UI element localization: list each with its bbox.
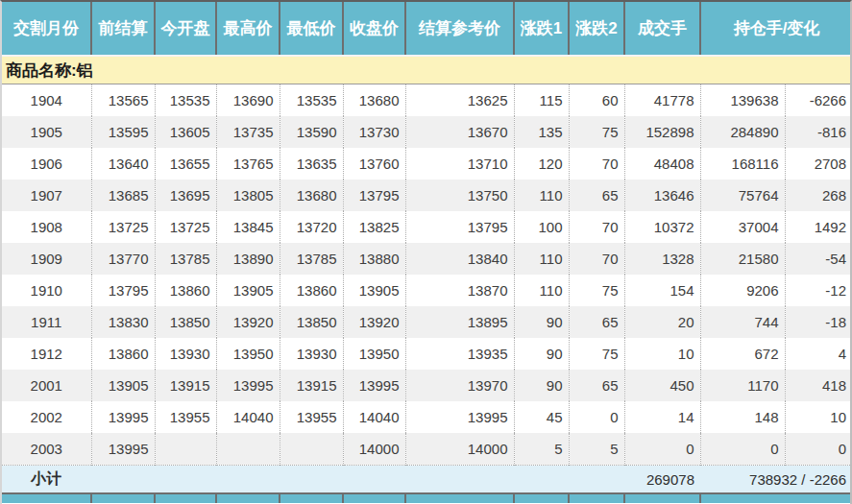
cell-close: 13825 [343, 211, 405, 243]
cell-prev-settle: 13795 [91, 275, 155, 306]
cell-high: 14040 [216, 401, 280, 433]
cell-low [280, 433, 343, 466]
cell-change2: 65 [569, 370, 624, 401]
column-header-open-interest-change: 持仓手/变化 [700, 2, 852, 56]
column-header-low: 最低价 [280, 2, 343, 56]
cell-open: 13725 [155, 211, 216, 243]
cell-oi-change: 2708 [785, 148, 852, 180]
cell-change1: 5 [514, 433, 569, 466]
cell-low: 13850 [280, 306, 343, 338]
table-row: 1910 13795 13860 13905 13860 13905 13870… [2, 275, 852, 306]
cell-high: 13690 [216, 84, 280, 117]
cell-change1: 110 [514, 180, 569, 211]
next-header-band-row [2, 493, 852, 503]
cell-change1: 135 [514, 116, 569, 148]
cell-close: 13920 [343, 306, 405, 338]
cell-low: 13680 [280, 180, 343, 211]
table-row: 1911 13830 13850 13920 13850 13920 13895… [2, 306, 852, 338]
column-header-change2: 涨跌2 [569, 2, 624, 56]
cell-change2: 70 [569, 148, 624, 180]
cell-volume: 14 [624, 401, 700, 433]
subtotal-label: 小计 [2, 466, 624, 494]
column-header-settle-ref: 结算参考价 [405, 2, 514, 56]
cell-change2: 75 [569, 338, 624, 370]
cell-delivery-month: 1905 [2, 116, 91, 148]
cell-volume: 1328 [624, 243, 700, 275]
cell-low: 13860 [280, 275, 343, 306]
cell-low: 13720 [280, 211, 343, 243]
cell-settle-ref: 13750 [405, 180, 514, 211]
cell-close: 13905 [343, 275, 405, 306]
cell-volume: 450 [624, 370, 700, 401]
cell-low: 13635 [280, 148, 343, 180]
cell-open-interest: 21580 [700, 243, 785, 275]
cell-open-interest: 168116 [700, 148, 785, 180]
futures-quote-panel: 交割月份 前结算 今开盘 最高价 最低价 收盘价 结算参考价 涨跌1 涨跌2 成… [0, 0, 852, 504]
cell-prev-settle: 13595 [91, 116, 155, 148]
cell-settle-ref: 14000 [405, 433, 514, 466]
column-header-delivery-month: 交割月份 [2, 2, 91, 56]
cell-change2: 75 [569, 275, 624, 306]
cell-change1: 90 [514, 306, 569, 338]
cell-oi-change: 10 [785, 401, 852, 433]
cell-volume: 10 [624, 338, 700, 370]
cell-change2: 60 [569, 84, 624, 117]
cell-settle-ref: 13670 [405, 116, 514, 148]
cell-oi-change: -18 [785, 306, 852, 338]
cell-open-interest: 139638 [700, 84, 785, 117]
cell-prev-settle: 13860 [91, 338, 155, 370]
cell-volume: 0 [624, 433, 700, 466]
commodity-band: 商品名称:铝 [2, 56, 852, 84]
cell-change1: 90 [514, 370, 569, 401]
cell-open: 13535 [155, 84, 216, 117]
table-row: 1906 13640 13655 13765 13635 13760 13710… [2, 148, 852, 180]
cell-open-interest: 1170 [700, 370, 785, 401]
table-row: 1907 13685 13695 13805 13680 13795 13750… [2, 180, 852, 211]
cell-delivery-month: 1909 [2, 243, 91, 275]
cell-oi-change: 268 [785, 180, 852, 211]
next-section-header-cutoff [2, 493, 852, 503]
cell-high: 13845 [216, 211, 280, 243]
cell-open: 13860 [155, 275, 216, 306]
subtotal-section: 小计 269078 738932 / -2266 [2, 466, 852, 494]
cell-open-interest: 672 [700, 338, 785, 370]
cell-settle-ref: 13710 [405, 148, 514, 180]
cell-close: 13995 [343, 370, 405, 401]
cell-open: 13655 [155, 148, 216, 180]
table-row: 2003 13995 14000 14000 5 5 0 0 0 [2, 433, 852, 466]
cell-prev-settle: 13830 [91, 306, 155, 338]
column-header-change1: 涨跌1 [514, 2, 569, 56]
cell-high: 13950 [216, 338, 280, 370]
cell-volume: 154 [624, 275, 700, 306]
table-header: 交割月份 前结算 今开盘 最高价 最低价 收盘价 结算参考价 涨跌1 涨跌2 成… [2, 2, 852, 56]
table-row: 1905 13595 13605 13735 13590 13730 13670… [2, 116, 852, 148]
cell-delivery-month: 1904 [2, 84, 91, 117]
cell-high: 13995 [216, 370, 280, 401]
cell-delivery-month: 2002 [2, 401, 91, 433]
cell-oi-change: 0 [785, 433, 852, 466]
cell-prev-settle: 13995 [91, 433, 155, 466]
cell-change2: 65 [569, 180, 624, 211]
cell-oi-change: -6266 [785, 84, 852, 117]
cell-change1: 45 [514, 401, 569, 433]
cell-close: 13795 [343, 180, 405, 211]
column-header-open: 今开盘 [155, 2, 216, 56]
commodity-name-label: 商品名称:铝 [2, 56, 852, 84]
cell-settle-ref: 13870 [405, 275, 514, 306]
cell-change2: 75 [569, 116, 624, 148]
cell-open-interest: 284890 [700, 116, 785, 148]
cell-open [155, 433, 216, 466]
cell-delivery-month: 2001 [2, 370, 91, 401]
cell-prev-settle: 13905 [91, 370, 155, 401]
cell-delivery-month: 1911 [2, 306, 91, 338]
cell-volume: 10372 [624, 211, 700, 243]
table-row: 1908 13725 13725 13845 13720 13825 13795… [2, 211, 852, 243]
header-row: 交割月份 前结算 今开盘 最高价 最低价 收盘价 结算参考价 涨跌1 涨跌2 成… [2, 2, 852, 56]
cell-volume: 152898 [624, 116, 700, 148]
cell-change1: 110 [514, 275, 569, 306]
subtotal-volume: 269078 [624, 466, 700, 494]
cell-change2: 65 [569, 306, 624, 338]
cell-volume: 13646 [624, 180, 700, 211]
cell-change2: 70 [569, 211, 624, 243]
table-row: 2001 13905 13915 13995 13915 13995 13970… [2, 370, 852, 401]
